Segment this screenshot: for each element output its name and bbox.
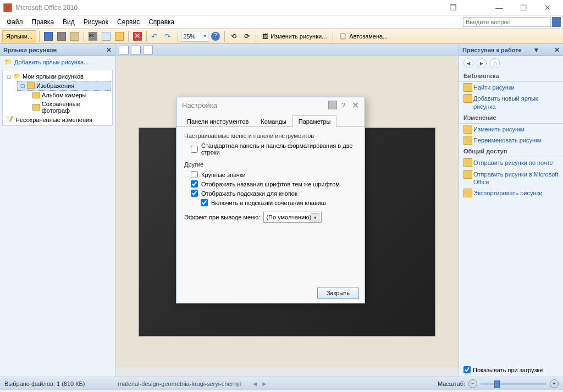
- dialog-help-button[interactable]: ?: [341, 101, 345, 109]
- rotate-left-button[interactable]: ⟲: [228, 30, 240, 42]
- menu-effect-combo[interactable]: (По умолчанию): [263, 212, 322, 223]
- dialog-close-button[interactable]: ✕: [352, 100, 359, 111]
- nav-back-button[interactable]: ◄: [463, 58, 473, 68]
- cut-icon: ✄: [89, 32, 97, 41]
- chk-font-input[interactable]: [191, 180, 198, 187]
- tab-options[interactable]: Параметры: [292, 115, 337, 127]
- view-single-button[interactable]: [143, 46, 153, 54]
- chk-shortcut-keys[interactable]: Включить в подсказки сочетания клавиш: [184, 198, 357, 207]
- shortcuts-button[interactable]: Ярлыки...: [2, 30, 36, 42]
- menu-help[interactable]: Справка: [144, 16, 179, 27]
- zoom-combo[interactable]: 25%: [181, 31, 208, 42]
- tree-images[interactable]: ▢ Изображения: [17, 81, 111, 91]
- tree-root[interactable]: ▢ 📁 Мои ярлыки рисунков: [4, 71, 111, 81]
- cut-button[interactable]: ✄: [87, 30, 99, 42]
- link-send-mail[interactable]: Отправить рисунки по почте: [459, 157, 563, 168]
- menu-view[interactable]: Вид: [58, 16, 79, 27]
- chk-large-icons[interactable]: Крупные значки: [184, 170, 357, 179]
- link-export[interactable]: Экспортировать рисунки: [459, 187, 563, 198]
- mail-button[interactable]: [69, 30, 81, 42]
- chk-large-input[interactable]: [191, 171, 198, 178]
- delete-icon: ✕: [133, 32, 142, 41]
- print-button[interactable]: [56, 30, 68, 42]
- dialog-close-btn[interactable]: Закрыть: [317, 288, 359, 299]
- horizontal-scrollbar[interactable]: [115, 367, 459, 377]
- statusbar: Выбрано файлов: 1 (610 КБ) material-desi…: [0, 377, 563, 390]
- nav-prev-icon[interactable]: ◄: [252, 380, 258, 387]
- zoom-out-button[interactable]: −: [468, 379, 477, 388]
- folder-icon: [32, 92, 40, 98]
- edit-pictures-button[interactable]: 🖼 Изменить рисунки...: [259, 30, 330, 42]
- app-icon: [3, 3, 12, 12]
- tree-unsaved[interactable]: 📝 Несохраненные изменения: [4, 115, 111, 124]
- restore-icon[interactable]: ❐: [441, 1, 465, 15]
- section-library: Библиотека: [459, 70, 563, 82]
- link-edit-pictures[interactable]: Изменить рисунки: [459, 124, 563, 135]
- save-icon: [44, 32, 53, 41]
- menu-picture[interactable]: Рисунок: [79, 16, 113, 27]
- rotate-right-button[interactable]: ⟳: [241, 30, 253, 42]
- dialog-body: Настраиваемые меню и панели инструментов…: [176, 127, 365, 283]
- view-thumbnails-button[interactable]: [119, 46, 129, 54]
- save-button[interactable]: [42, 30, 54, 42]
- undo-icon: ↶: [151, 32, 160, 41]
- dialog-titlebar[interactable]: Настройка ? ✕: [176, 97, 365, 113]
- delete-button[interactable]: ✕: [131, 30, 143, 42]
- maximize-button[interactable]: ☐: [511, 1, 536, 15]
- view-filmstrip-button[interactable]: [131, 46, 141, 54]
- tab-toolbars[interactable]: Панели инструментов: [181, 115, 255, 127]
- chk-keys-input[interactable]: [201, 199, 208, 206]
- link-find-pictures[interactable]: Найти рисунки: [459, 82, 563, 93]
- copy-icon: [102, 32, 111, 41]
- left-panel-header: Ярлыки рисунков ✕: [0, 44, 115, 56]
- left-panel-close[interactable]: ✕: [106, 46, 112, 54]
- copy-button[interactable]: [100, 30, 112, 42]
- paste-button[interactable]: [113, 30, 125, 42]
- add-shortcut-link[interactable]: 📁 Добавить ярлык рисунка...: [0, 56, 115, 68]
- autoreplace-button[interactable]: 📋 Автозамена...: [336, 30, 391, 42]
- tree-item-saved[interactable]: Сохраненные фотограф: [30, 100, 111, 115]
- nav-home-button[interactable]: ⌂: [490, 58, 500, 68]
- menu-effect-label: Эффект при выводе меню:: [184, 214, 260, 220]
- link-add-shortcut[interactable]: Добавить новый ярлык рисунка: [459, 93, 563, 112]
- zoom-slider[interactable]: [481, 383, 547, 385]
- undo-button[interactable]: ↶: [150, 30, 162, 42]
- task-pane-nav: ◄ ► ⌂: [459, 56, 563, 70]
- chk-tips-input[interactable]: [191, 190, 198, 197]
- help-button[interactable]: ?: [209, 30, 222, 42]
- menu-tools[interactable]: Сервис: [113, 16, 144, 27]
- collapse-icon[interactable]: ▢: [20, 83, 25, 89]
- link-send-office[interactable]: Отправить рисунки в Microsoft Office: [459, 169, 563, 188]
- help-search-input[interactable]: [463, 17, 551, 27]
- minimize-button[interactable]: —: [487, 1, 511, 15]
- titlebar: Microsoft Office 2010 ❐ — ☐ ✕: [0, 0, 563, 15]
- link-rename-pictures[interactable]: Переименовать рисунки: [459, 135, 563, 146]
- nav-next-icon[interactable]: ►: [261, 380, 267, 387]
- menu-file[interactable]: Файл: [2, 16, 27, 27]
- show-on-load-input[interactable]: [463, 366, 471, 373]
- right-panel-dropdown[interactable]: ▼: [533, 46, 539, 54]
- tab-commands[interactable]: Команды: [255, 115, 292, 127]
- chk-two-rows-input[interactable]: [191, 146, 198, 153]
- status-selection: Выбрано файлов: 1 (610 КБ): [4, 380, 85, 387]
- print-icon: [57, 32, 66, 41]
- chk-tooltips[interactable]: Отображать подсказки для кнопок: [184, 189, 357, 198]
- help-search-dropdown[interactable]: [552, 17, 561, 27]
- zoom-in-button[interactable]: +: [550, 379, 559, 388]
- tree-item-camera[interactable]: Альбом камеры: [30, 91, 111, 100]
- unsaved-icon: 📝: [6, 116, 14, 123]
- folder-icon: 📁: [13, 73, 21, 80]
- redo-icon: ↷: [164, 32, 173, 41]
- dialog-tabs: Панели инструментов Команды Параметры: [176, 115, 365, 127]
- redo-button[interactable]: ↷: [163, 30, 175, 42]
- chk-two-rows[interactable]: Стандартная панель и панель форматирован…: [184, 141, 357, 157]
- folder-icon: [32, 104, 40, 111]
- close-button[interactable]: ✕: [536, 1, 560, 15]
- right-panel-close[interactable]: ✕: [554, 46, 560, 54]
- menu-edit[interactable]: Правка: [27, 16, 59, 27]
- show-on-load-checkbox[interactable]: Показывать при загрузке: [459, 363, 563, 377]
- collapse-icon[interactable]: ▢: [6, 74, 12, 79]
- right-panel: Приступая к работе ▼ ✕ ◄ ► ⌂ Библиотека …: [459, 44, 563, 377]
- nav-forward-button[interactable]: ►: [477, 58, 487, 68]
- chk-font-names[interactable]: Отображать названия шрифтов тем же шрифт…: [184, 179, 357, 189]
